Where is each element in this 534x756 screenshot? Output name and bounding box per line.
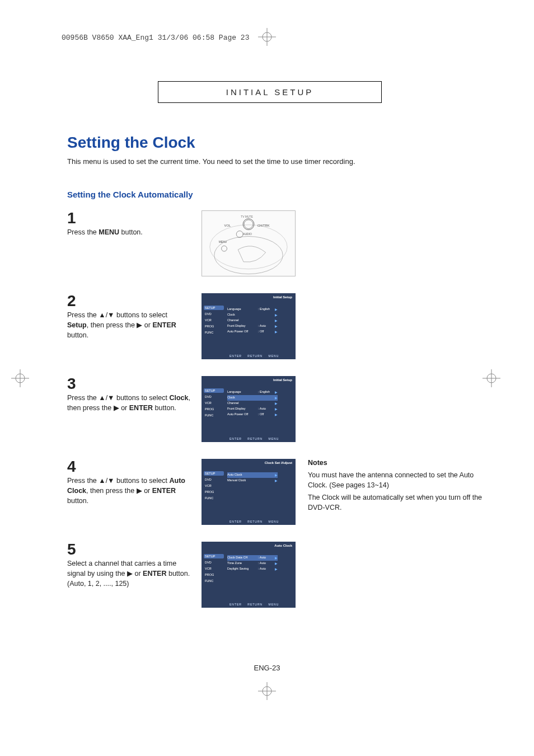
manual-page: 00956B V8650 XAA_Eng1 31/3/06 06:58 Page… — [0, 0, 534, 756]
step-1-part-c: button. — [119, 228, 143, 236]
footer-menu: MENU — [269, 437, 279, 440]
step-4-part-a: Press the ▲/▼ buttons to select — [67, 477, 169, 485]
menu-arrow-icon: ▶ — [275, 318, 278, 323]
menu-clock-v — [258, 312, 275, 318]
step-1-text: 1 Press the MENU button. — [67, 210, 190, 237]
step-1: 1 Press the MENU button. VOL CH/TRK AUDI… — [56, 210, 484, 276]
sidebar-item-vcr: VCR — [204, 401, 224, 405]
menu-arrow-icon: ▶ — [275, 312, 278, 318]
sidebar-item-setup: SETUP — [204, 388, 224, 393]
menu-arrow-icon: ▶ — [275, 307, 278, 312]
footer-menu: MENU — [269, 520, 279, 523]
step-4-number: 4 — [67, 459, 190, 475]
step-4-part-c: , then press the ▶ or — [86, 487, 152, 495]
footer-enter: ENTER — [229, 437, 242, 440]
step-1-part-a: Press the — [67, 228, 99, 236]
menu-frontdisplay-k: Front Display — [227, 323, 258, 329]
step-5-enter-word: ENTER — [143, 570, 166, 577]
step-3-shot-footer: ENTER RETURN MENU — [229, 437, 283, 440]
step-5-shot-footer: ENTER RETURN MENU — [229, 603, 283, 606]
footer-return: RETURN — [247, 520, 263, 523]
sidebar-item-setup: SETUP — [204, 471, 224, 476]
sidebar-item-setup: SETUP — [204, 306, 224, 310]
step-5-shot-sidebar: SETUP DVD VCR PROG FUNC — [204, 554, 224, 585]
step-5-part-c: button. — [166, 570, 190, 577]
sidebar-item-dvd: DVD — [204, 312, 224, 316]
menu-channel-v — [258, 401, 275, 406]
menu-frontdisplay-v: : Auto — [258, 323, 275, 329]
step-1-number: 1 — [67, 210, 190, 226]
menu-timezone-v: : Auto — [258, 561, 275, 566]
menu-arrow-icon: ▶ — [275, 401, 278, 406]
menu-autoclock-k: Auto Clock — [227, 472, 258, 478]
menu-arrow-icon: ▶ — [275, 555, 278, 561]
step-3-part-e: button. — [153, 404, 176, 412]
step-3-enter-word: ENTER — [129, 404, 153, 412]
step-4-screenshot: Clock Set /Adjust SETUP DVD VCR PROG FUN… — [202, 459, 296, 525]
menu-arrow-icon: ▶ — [275, 389, 278, 395]
menu-frontdisplay-v: : Auto — [258, 406, 275, 412]
step-2: 2 Press the ▲/▼ buttons to select Setup,… — [56, 293, 484, 359]
menu-clock-k: Clock — [227, 395, 258, 401]
sidebar-item-vcr: VCR — [204, 566, 224, 571]
svg-point-1 — [210, 224, 287, 269]
footer-enter: ENTER — [229, 520, 242, 523]
step-3-number: 3 — [67, 376, 190, 392]
menu-autopoweroff-v: : Off — [258, 412, 275, 417]
menu-daylight-k: Daylight Saving — [227, 566, 258, 572]
menu-arrow-icon: ▶ — [275, 406, 278, 412]
footer-menu: MENU — [269, 603, 279, 606]
step-3-shot-header: Initial Setup — [273, 378, 292, 382]
step-2-text: 2 Press the ▲/▼ buttons to select Setup,… — [67, 293, 190, 340]
menu-language-k: Language — [227, 307, 258, 312]
step-2-part-a: Press the ▲/▼ buttons to select — [67, 311, 167, 319]
sidebar-item-dvd: DVD — [204, 395, 224, 399]
menu-language-k: Language — [227, 389, 258, 395]
step-5-range: (Auto, 1, 2, ...., 125) — [67, 580, 129, 588]
footer-enter: ENTER — [229, 603, 242, 606]
notes-block: Notes You must have the antenna connecte… — [308, 459, 484, 515]
menu-clockdatach-k: Clock Data CH — [227, 555, 258, 561]
step-4: 4 Press the ▲/▼ buttons to select Auto C… — [56, 459, 484, 525]
sidebar-item-vcr: VCR — [204, 318, 224, 322]
step-4-enter-word: ENTER — [152, 487, 176, 495]
step-5-shot-menu: Clock Data CH: Auto▶ Time Zone: Auto▶ Da… — [227, 555, 278, 572]
step-2-part-e: button. — [67, 331, 88, 339]
section-title-box: INITIAL SETUP — [158, 81, 382, 103]
menu-arrow-icon: ▶ — [275, 472, 278, 478]
svg-point-3 — [244, 219, 253, 228]
step-4-shot-footer: ENTER RETURN MENU — [229, 520, 283, 523]
sidebar-item-dvd: DVD — [204, 560, 224, 565]
sidebar-item-dvd: DVD — [204, 477, 224, 482]
menu-timezone-k: Time Zone — [227, 561, 258, 566]
sidebar-item-func: FUNC — [204, 413, 224, 417]
remote-ch-label: CH/TRK — [257, 223, 270, 227]
step-3: 3 Press the ▲/▼ buttons to select Clock,… — [56, 376, 484, 442]
menu-language-v: : English — [258, 307, 275, 312]
sidebar-item-prog: PROG — [204, 572, 224, 577]
footer-menu: MENU — [269, 354, 279, 358]
menu-manualclock-v — [258, 478, 275, 483]
remote-tvmute-label: TV MUTE — [241, 215, 253, 218]
step-3-text: 3 Press the ▲/▼ buttons to select Clock,… — [67, 376, 190, 413]
step-2-shot-sidebar: SETUP DVD VCR PROG FUNC — [204, 306, 224, 336]
menu-clockdatach-v: : Auto — [258, 555, 275, 561]
step-5-text: 5 Select a channel that carries a time s… — [67, 542, 190, 589]
menu-autoclock-v — [258, 472, 275, 478]
menu-manualclock-k: Manual Clock — [227, 478, 258, 483]
menu-channel-v — [258, 318, 275, 323]
print-job-header: 00956B V8650 XAA_Eng1 31/3/06 06:58 Page… — [62, 34, 484, 42]
footer-return: RETURN — [247, 354, 263, 358]
step-4-part-e: button. — [67, 497, 88, 505]
menu-arrow-icon: ▶ — [275, 478, 278, 483]
menu-autopoweroff-k: Auto Power Off — [227, 412, 258, 417]
step-4-shot-header: Clock Set /Adjust — [265, 461, 292, 464]
menu-arrow-icon: ▶ — [275, 395, 278, 401]
step-2-shot-header: Initial Setup — [273, 295, 292, 299]
menu-arrow-icon: ▶ — [275, 412, 278, 417]
sidebar-item-func: FUNC — [204, 496, 224, 500]
footer-return: RETURN — [247, 603, 263, 606]
menu-channel-k: Channel — [227, 401, 258, 406]
sidebar-item-prog: PROG — [204, 324, 224, 328]
menu-arrow-icon: ▶ — [275, 323, 278, 329]
